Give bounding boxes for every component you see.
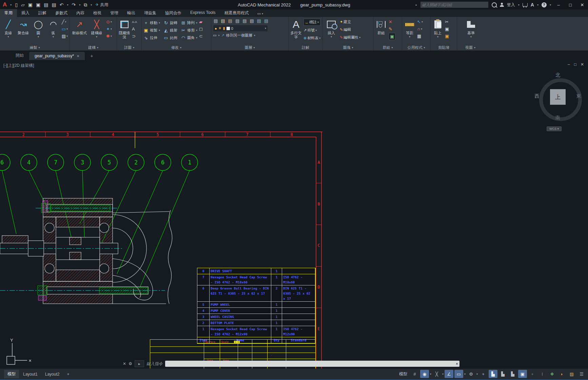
panel-construct-label[interactable]: 建構▾ [70, 45, 117, 51]
new-layout-button[interactable]: + [63, 371, 73, 378]
arc-button[interactable]: ◠ 弧▾ [47, 18, 60, 39]
file-tab-document[interactable]: gear_pump_subassy* ✕ [29, 52, 85, 60]
dynamic-input-icon[interactable]: ▭ [454, 370, 463, 378]
array-button[interactable]: ⊞陣列▾ [181, 19, 197, 26]
move-button[interactable]: +移動▾ [143, 19, 160, 26]
signin-caret-icon[interactable]: ▾ [518, 3, 520, 6]
ribbon-tab[interactable]: 增益集 [140, 9, 161, 17]
crosshair-icon[interactable]: + [479, 370, 488, 378]
layer-make-current-icon[interactable]: ▤ [221, 18, 225, 23]
drawing-viewport[interactable]: 2345678ABCDE 64735261 [0, 60, 588, 368]
redo-caret-icon[interactable]: ▾ [79, 3, 80, 6]
command-customize-icon[interactable]: ⚙ [129, 361, 132, 366]
line-button[interactable]: ╱ 直線▾ [2, 18, 15, 39]
command-input[interactable]: 鍵入指令 [146, 361, 163, 367]
paste-special-button[interactable]: ▣ [445, 33, 449, 39]
detail-view-button[interactable]: A [132, 26, 137, 32]
file-tab-start[interactable]: 開始 [10, 51, 29, 60]
app-logo-icon[interactable]: A [3, 1, 7, 8]
rectangle-tool-icon[interactable]: ▭ [213, 33, 216, 38]
measure-button[interactable]: 等距▾ [404, 18, 415, 39]
dimension-button[interactable]: ↔ 標註▾ [303, 19, 320, 26]
ribbon-tab[interactable]: 檢視 [89, 9, 106, 17]
bom-button[interactable]: ⊗ 材料表▾ [303, 35, 320, 41]
wcs-menu[interactable]: WCS ▾ [547, 126, 562, 131]
panel-block-label[interactable]: 圖塊▾ [323, 45, 373, 51]
dynamic-input-icon-caret[interactable]: ▾ [464, 373, 466, 376]
panel-draw-label[interactable]: 繪製▾ [0, 45, 70, 51]
help-icon[interactable]: ? [542, 2, 547, 7]
group-button[interactable]: 群組 [375, 18, 387, 35]
panel-utilities-label[interactable]: 公用程式▾ [402, 45, 430, 51]
image-frame-icon[interactable]: ▨ [567, 370, 576, 378]
search-input[interactable] [420, 1, 489, 8]
polar-tracking-icon[interactable]: ∠ [445, 370, 453, 378]
rectangle-button[interactable]: ▭▾ [62, 26, 68, 32]
construction-geometry-button[interactable]: ╱▾ [62, 19, 68, 25]
layer-match-icon[interactable]: ▤ [228, 18, 232, 23]
edit-attributes-button[interactable]: ✎ 編輯屬性▾ [340, 34, 360, 41]
graphics-performance-icon[interactable]: ❖ [548, 370, 556, 378]
window-close-button[interactable]: ✕ [578, 2, 587, 7]
customization-menu-icon[interactable]: ☰ [577, 370, 586, 378]
panel-group-label[interactable]: 群組▾ [374, 45, 402, 51]
ribbon-tab[interactable]: 內容 [72, 9, 89, 17]
edge-hook-button[interactable]: ⊃ [132, 33, 137, 39]
layer-previous-icon[interactable]: ▤ [235, 18, 239, 23]
viewcube-top-face[interactable]: 上 [550, 89, 566, 105]
share-button[interactable]: ✈ 共用 [95, 2, 108, 8]
fillet-button[interactable]: ◠圓角▾ [181, 34, 197, 41]
offset-button[interactable]: ⊂ [199, 33, 203, 39]
ribbon-tab[interactable]: 管理 [106, 9, 123, 17]
polyline-button[interactable]: ↝ 聚合線 [17, 18, 30, 35]
circle-button[interactable]: ◯ 圓▾ [32, 18, 45, 39]
annotation-visibility-icon[interactable]: ▙ [498, 370, 507, 378]
viewcube[interactable]: 北 西 東 南 上 WCS ▾ [534, 72, 582, 133]
app-menu-caret-icon[interactable]: ▾ [10, 3, 12, 6]
ribbon-display-toggle[interactable]: ▭ ▾ [255, 11, 265, 17]
selection-cycling-icon[interactable]: ▙ [489, 370, 497, 378]
command-close-icon[interactable]: ✕ [123, 361, 126, 366]
rotate-button[interactable]: ↻旋轉 [163, 19, 177, 26]
layout-tab[interactable]: 模型 [4, 370, 19, 378]
save-icon[interactable]: ▣ [28, 2, 33, 7]
signin-button[interactable]: 登入 [507, 2, 515, 8]
layer-properties-icon[interactable]: ▤ [214, 18, 218, 23]
new-file-icon[interactable]: ▯ [15, 2, 18, 7]
group-selection-button[interactable]: ▣ [389, 33, 395, 40]
point-cloud-button[interactable]: ∩▾ [417, 26, 423, 32]
open-file-icon[interactable]: ▱ [21, 2, 25, 7]
panel-layers-label[interactable]: 圖層▾ [211, 45, 288, 51]
copy-button[interactable]: ▣複製▾ [143, 27, 160, 34]
switch-windows-icon[interactable]: ⧉ [84, 2, 87, 8]
trace-button[interactable]: ✦▾ [106, 26, 112, 32]
ribbon-tab[interactable]: 插入 [17, 9, 34, 17]
hatch-button[interactable]: ▨▾ [62, 33, 68, 39]
ribbon-tab[interactable]: 協同合作 [161, 9, 186, 17]
section-view-button[interactable]: A-A [132, 19, 137, 25]
autodesk-caret-icon[interactable]: ▾ [537, 3, 538, 6]
search-expand-icon[interactable]: ▸ [416, 3, 417, 6]
app-store-cart-icon[interactable] [523, 3, 528, 6]
doc-minimize-button[interactable]: – [568, 62, 570, 67]
panel-view-label[interactable]: 視圖▾ [457, 45, 485, 51]
command-history-up-icon[interactable]: ▲ [455, 362, 458, 365]
layout-tab[interactable]: Layout1 [20, 371, 41, 378]
explode-button[interactable]: ◻ [199, 26, 203, 32]
ribbon-tab[interactable]: 註解 [34, 9, 51, 17]
panel-detail-label[interactable]: 詳圖▾ [117, 45, 141, 51]
erase-construction-button[interactable]: ✱▾ [106, 33, 112, 39]
panel-modify-label[interactable]: 修改▾ [142, 45, 211, 51]
window-minimize-button[interactable]: – [554, 2, 563, 7]
create-block-button[interactable]: ✦ 建立 [340, 19, 360, 25]
undo-caret-icon[interactable]: ▾ [67, 3, 68, 6]
isolate-objects-icon[interactable]: I [538, 370, 547, 378]
file-tab-close-icon[interactable]: ✕ [77, 54, 79, 58]
ucs-icon[interactable]: Y ✕ [7, 338, 32, 364]
ribbon-tab[interactable]: 精選應用程式 [220, 9, 253, 17]
model-space-toggle[interactable]: 模型 [397, 371, 409, 377]
edit-block-button[interactable]: ✎ 編輯 [340, 26, 360, 33]
workspace-icon[interactable]: ▫ [528, 370, 537, 378]
copy-clip-button[interactable]: ▣ [445, 26, 449, 32]
print-icon[interactable]: ▤ [52, 2, 56, 7]
